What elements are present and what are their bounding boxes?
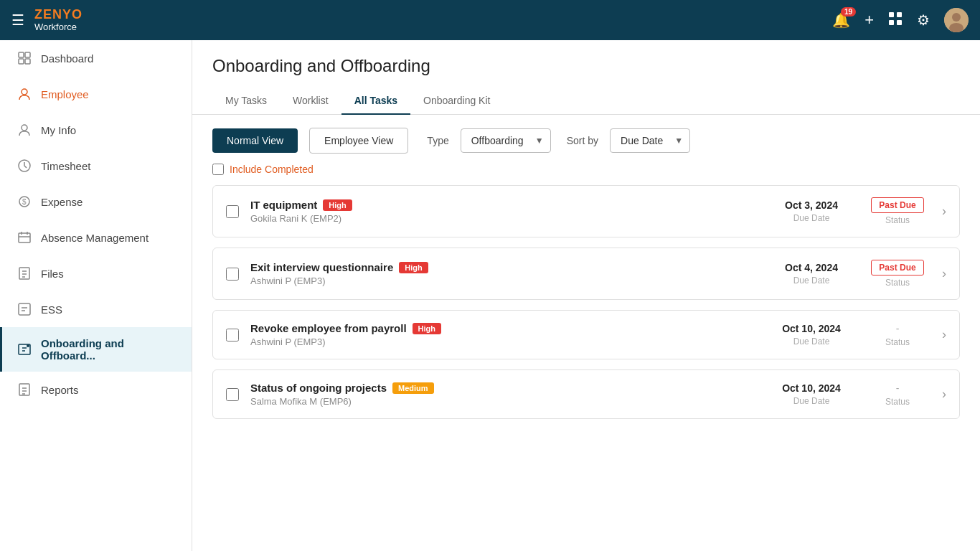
task-4-date: Oct 10, 2024 Due Date [761, 382, 862, 406]
sidebar-label-expense: Expense [41, 196, 83, 208]
task-row[interactable]: Exit interview questionnaire High Ashwin… [212, 248, 960, 300]
task-4-employee: Salma Mofika M (EMP6) [250, 396, 761, 407]
task-3-date-label: Due Date [773, 336, 850, 347]
hamburger-icon[interactable]: ☰ [11, 11, 24, 29]
absence-icon [17, 230, 32, 245]
sidebar-item-employee[interactable]: Employee [0, 76, 192, 112]
sort-select[interactable]: Due Date Priority Name [610, 128, 690, 153]
task-2-arrow-icon: › [942, 266, 946, 281]
task-4-status: - Status [862, 382, 933, 407]
plus-icon: + [864, 11, 874, 29]
sidebar-item-files[interactable]: Files [0, 255, 192, 291]
tab-worklist[interactable]: Worklist [280, 88, 341, 115]
task-3-info: Revoke employee from payroll High Ashwin… [250, 322, 761, 347]
sidebar-item-timesheet[interactable]: Timesheet [0, 148, 192, 184]
svg-point-11 [22, 89, 27, 95]
task-2-date-value: Oct 4, 2024 [773, 262, 850, 273]
svg-rect-18 [19, 303, 30, 315]
expense-icon: $ [17, 194, 32, 209]
timesheet-icon [17, 158, 32, 174]
ess-icon [17, 301, 32, 317]
topnav-left: ☰ ZENYO Workforce [11, 8, 83, 32]
sidebar-item-reports[interactable]: Reports [0, 372, 192, 408]
task-2-info: Exit interview questionnaire High Ashwin… [250, 261, 761, 286]
task-1-priority-badge: High [323, 199, 352, 211]
svg-rect-16 [19, 233, 30, 242]
task-1-employee: Gokila Rani K (EMP2) [250, 213, 761, 224]
svg-rect-3 [897, 20, 902, 25]
task-2-date-label: Due Date [773, 276, 850, 286]
task-row[interactable]: Revoke employee from payroll High Ashwin… [212, 310, 960, 359]
svg-rect-0 [889, 12, 894, 17]
svg-rect-2 [889, 20, 894, 25]
logo-workforce: Workforce [34, 22, 83, 32]
topnav-right: 🔔 19 + ⚙ [832, 8, 969, 32]
sidebar-item-dashboard[interactable]: Dashboard [0, 40, 192, 76]
task-2-checkbox[interactable] [226, 268, 239, 281]
task-3-title: Revoke employee from payroll High [250, 322, 761, 334]
task-4-priority-badge: Medium [392, 382, 434, 394]
add-button[interactable]: + [864, 11, 874, 29]
svg-point-20 [27, 344, 29, 347]
task-4-checkbox[interactable] [226, 388, 239, 401]
task-3-checkbox[interactable] [226, 329, 239, 342]
dashboard-icon [17, 50, 32, 66]
type-label: Type [427, 135, 448, 146]
task-1-status: Past Due Status [862, 197, 933, 225]
type-select[interactable]: Offboarding Onboarding All [461, 128, 551, 153]
employee-icon [17, 86, 32, 102]
svg-point-12 [22, 125, 27, 131]
task-4-title: Status of ongoing projects Medium [250, 382, 761, 394]
task-3-status-badge: - [896, 323, 900, 334]
avatar[interactable] [944, 8, 969, 32]
sidebar-item-ess[interactable]: ESS [0, 291, 192, 327]
sidebar-item-my-info[interactable]: My Info [0, 112, 192, 148]
task-3-date-value: Oct 10, 2024 [773, 323, 850, 334]
reports-icon [17, 382, 32, 397]
sidebar-item-onboarding[interactable]: Onboarding and Offboard... [0, 327, 192, 372]
logo-zenyo: ZENYO [34, 8, 83, 22]
include-completed-checkbox[interactable] [212, 164, 224, 175]
grid-icon [888, 13, 903, 29]
task-4-info: Status of ongoing projects Medium Salma … [250, 382, 761, 407]
tab-onboarding-kit[interactable]: Onboarding Kit [410, 88, 503, 115]
tab-my-tasks[interactable]: My Tasks [212, 88, 280, 115]
sidebar-label-ess: ESS [41, 303, 62, 316]
task-2-priority-badge: High [399, 262, 428, 273]
main-content: Onboarding and Offboarding My Tasks Work… [192, 40, 980, 551]
tab-all-tasks[interactable]: All Tasks [341, 88, 410, 115]
grid-button[interactable] [888, 11, 903, 29]
sidebar-item-absence-management[interactable]: Absence Management [0, 220, 192, 255]
sidebar-item-expense[interactable]: $ Expense [0, 184, 192, 220]
task-4-status-badge: - [896, 382, 900, 394]
task-3-status: - Status [862, 322, 933, 347]
settings-button[interactable]: ⚙ [917, 11, 930, 29]
normal-view-button[interactable]: Normal View [212, 128, 298, 153]
notification-bell-button[interactable]: 🔔 19 [832, 11, 850, 29]
sidebar-label-timesheet: Timesheet [41, 160, 90, 172]
task-2-title: Exit interview questionnaire High [250, 261, 761, 273]
page-title: Onboarding and Offboarding [212, 56, 960, 76]
notification-badge: 19 [841, 7, 856, 17]
topnav: ☰ ZENYO Workforce 🔔 19 + ⚙ [0, 0, 980, 40]
task-row[interactable]: Status of ongoing projects Medium Salma … [212, 369, 960, 419]
task-3-arrow-icon: › [942, 327, 946, 342]
sidebar-label-my-info: My Info [41, 124, 76, 136]
task-1-checkbox[interactable] [226, 205, 239, 218]
task-3-date: Oct 10, 2024 Due Date [761, 323, 862, 347]
task-1-date: Oct 3, 2024 Due Date [761, 199, 862, 223]
svg-rect-9 [19, 59, 24, 64]
task-4-date-value: Oct 10, 2024 [773, 382, 850, 394]
page-header: Onboarding and Offboarding [192, 40, 980, 76]
task-1-info: IT equipment High Gokila Rani K (EMP2) [250, 199, 761, 224]
include-completed-label[interactable]: Include Completed [230, 164, 314, 175]
sidebar-label-onboarding: Onboarding and Offboard... [41, 337, 177, 362]
task-4-date-label: Due Date [773, 396, 850, 406]
sidebar-label-dashboard: Dashboard [41, 52, 93, 65]
gear-icon: ⚙ [917, 12, 930, 28]
task-2-status: Past Due Status [862, 260, 933, 288]
sidebar: Dashboard Employee My Info [0, 40, 192, 551]
employee-view-button[interactable]: Employee View [309, 128, 408, 154]
task-row[interactable]: IT equipment High Gokila Rani K (EMP2) O… [212, 185, 960, 237]
sidebar-label-files: Files [41, 268, 64, 280]
